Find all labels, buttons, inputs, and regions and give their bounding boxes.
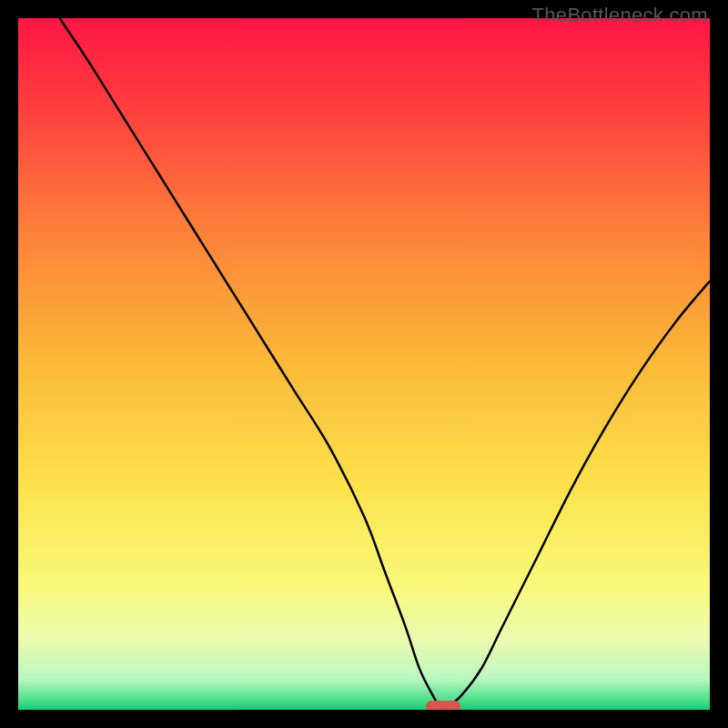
watermark-label: TheBottleneck.com xyxy=(532,4,708,27)
chart-plot-area xyxy=(18,18,710,710)
optimal-point-marker xyxy=(426,701,460,710)
bottleneck-curve xyxy=(18,18,710,710)
